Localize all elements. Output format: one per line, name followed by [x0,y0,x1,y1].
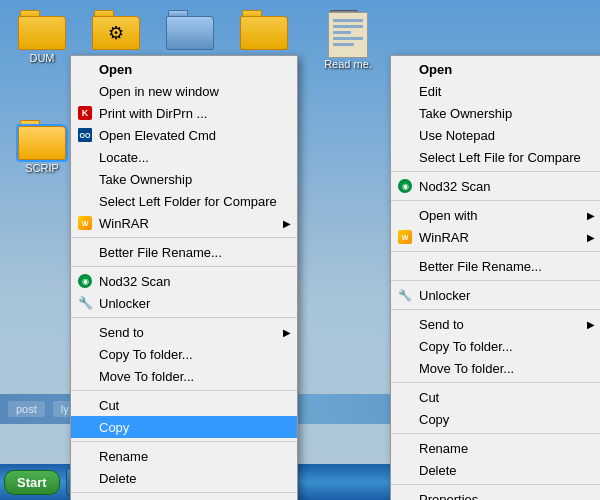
left-send-to-label: Send to [99,325,144,340]
left-menu-better-file-rename[interactable]: Better File Rename... [71,241,297,263]
right-properties-label: Properties [419,492,478,501]
left-menu-delete[interactable]: Delete [71,467,297,489]
left-menu-unlocker[interactable]: 🔧 Unlocker [71,292,297,314]
left-menu-take-ownership[interactable]: Take Ownership [71,168,297,190]
left-winrar-submenu-arrow: ▶ [283,218,291,229]
folder-scrip-label: SCRIP [25,162,59,175]
right-menu-better-file-rename[interactable]: Better File Rename... [391,255,600,277]
right-nod32-scan-label: Nod32 Scan [419,179,491,194]
left-copy-label: Copy [99,420,129,435]
right-copy-to-folder-label: Copy To folder... [419,339,513,354]
left-menu-print-dirprn[interactable]: K Print with DirPrn ... [71,102,297,124]
right-separator-5 [391,309,600,310]
right-move-to-folder-label: Move To folder... [419,361,514,376]
notepad-readme-icon [324,10,372,58]
folder-gets-icon [240,10,288,50]
right-menu-cut[interactable]: Cut [391,386,600,408]
left-menu-copy-to-folder[interactable]: Copy To folder... [71,343,297,365]
right-send-to-arrow: ▶ [587,319,595,330]
folder-scrip-icon [18,120,66,160]
right-menu-unlocker[interactable]: 🔧 Unlocker [391,284,600,306]
left-unlocker-label: Unlocker [99,296,150,311]
winrar-icon: W [76,214,94,232]
right-nod32-icon: ◉ [396,177,414,195]
left-menu-move-to-folder[interactable]: Move To folder... [71,365,297,387]
right-winrar-arrow: ▶ [587,232,595,243]
right-copy-label: Copy [419,412,449,427]
right-menu-use-notepad[interactable]: Use Notepad [391,124,600,146]
right-winrar-label: WinRAR [419,230,469,245]
right-separator-1 [391,171,600,172]
nod32-icon: ◉ [76,272,94,290]
right-separator-3 [391,251,600,252]
right-menu-nod32-scan[interactable]: ◉ Nod32 Scan [391,175,600,197]
right-menu-properties[interactable]: Properties [391,488,600,500]
right-open-label: Open [419,62,452,77]
left-copy-to-folder-label: Copy To folder... [99,347,193,362]
left-delete-label: Delete [99,471,137,486]
right-menu-open-with[interactable]: Open with ▶ [391,204,600,226]
left-separator-3 [71,317,297,318]
left-print-dirprn-label: Print with DirPrn ... [99,106,207,121]
left-menu-open[interactable]: Open [71,58,297,80]
left-menu-nod32-scan[interactable]: ◉ Nod32 Scan [71,270,297,292]
right-separator-2 [391,200,600,201]
right-menu-copy[interactable]: Copy [391,408,600,430]
right-menu-copy-to-folder[interactable]: Copy To folder... [391,335,600,357]
folder-dum-label: DUM [29,52,54,65]
left-separator-4 [71,390,297,391]
right-menu-move-to-folder[interactable]: Move To folder... [391,357,600,379]
left-menu-open-new-window[interactable]: Open in new window [71,80,297,102]
notepad-readme[interactable]: Read me. [316,10,380,71]
right-menu-select-left-file[interactable]: Select Left File for Compare [391,146,600,168]
left-separator-6 [71,492,297,493]
left-open-elevated-cmd-label: Open Elevated Cmd [99,128,216,143]
right-menu-take-ownership[interactable]: Take Ownership [391,102,600,124]
right-open-with-arrow: ▶ [587,210,595,221]
left-menu-send-to[interactable]: Send to ▶ [71,321,297,343]
oo-cmd-icon: OO [76,126,94,144]
right-separator-8 [391,484,600,485]
right-better-file-rename-label: Better File Rename... [419,259,542,274]
desktop: DUM ⚙ [0,0,600,500]
right-context-menu: Open Edit Take Ownership Use Notepad Sel… [390,55,600,500]
right-menu-delete[interactable]: Delete [391,459,600,481]
right-menu-winrar[interactable]: W WinRAR ▶ [391,226,600,248]
left-menu-open-elevated-cmd[interactable]: OO Open Elevated Cmd [71,124,297,146]
right-separator-6 [391,382,600,383]
left-move-to-folder-label: Move To folder... [99,369,194,384]
left-better-file-rename-label: Better File Rename... [99,245,222,260]
desktop-area: DUM ⚙ [0,0,600,464]
left-context-menu: Open Open in new window K Print with Dir… [70,55,298,500]
right-menu-rename[interactable]: Rename [391,437,600,459]
folder-scrip[interactable]: SCRIP [10,120,74,175]
right-open-with-label: Open with [419,208,478,223]
left-separator-5 [71,441,297,442]
left-menu-winrar[interactable]: W WinRAR ▶ [71,212,297,234]
left-locate-label: Locate... [99,150,149,165]
right-take-ownership-label: Take Ownership [419,106,512,121]
left-open-new-window-label: Open in new window [99,84,219,99]
left-rename-label: Rename [99,449,148,464]
right-separator-4 [391,280,600,281]
folder-dum[interactable]: DUM [10,10,74,71]
right-menu-send-to[interactable]: Send to ▶ [391,313,600,335]
left-menu-properties[interactable]: Properties [71,496,297,500]
start-button[interactable]: Start [4,470,60,495]
left-select-left-folder-label: Select Left Folder for Compare [99,194,277,209]
left-menu-cut[interactable]: Cut [71,394,297,416]
right-cut-label: Cut [419,390,439,405]
left-cut-label: Cut [99,398,119,413]
left-menu-copy[interactable]: Copy [71,416,297,438]
right-unlocker-label: Unlocker [419,288,470,303]
left-menu-locate[interactable]: Locate... [71,146,297,168]
right-menu-edit[interactable]: Edit [391,80,600,102]
left-menu-rename[interactable]: Rename [71,445,297,467]
right-menu-open[interactable]: Open [391,58,600,80]
window-bar-post[interactable]: post [8,401,45,417]
left-separator-1 [71,237,297,238]
folder-special-icon [166,10,214,50]
folder-gear-icon: ⚙ [92,10,140,50]
left-menu-select-left-folder[interactable]: Select Left Folder for Compare [71,190,297,212]
left-send-to-arrow: ▶ [283,327,291,338]
